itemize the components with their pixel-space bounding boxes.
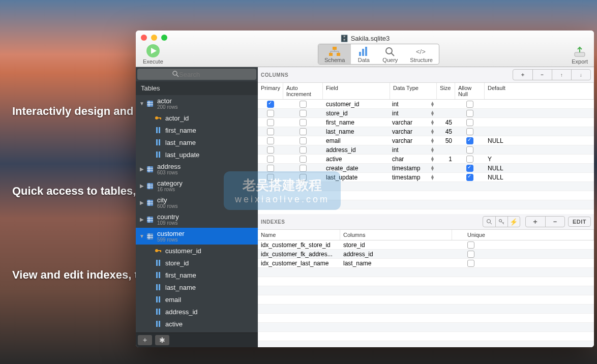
primary-checkbox[interactable] xyxy=(267,110,274,117)
allow-null-checkbox[interactable] xyxy=(466,110,473,117)
autoincrement-checkbox[interactable] xyxy=(300,165,307,172)
size-cell[interactable]: 45 xyxy=(437,119,455,126)
column-row-last_update[interactable]: last_update xyxy=(136,148,258,161)
header-data-type[interactable]: Data Type xyxy=(390,83,437,99)
add-index-button[interactable]: ＋ xyxy=(526,217,545,227)
type-stepper-icon[interactable]: ▲▼ xyxy=(430,175,435,180)
column-row-address_id[interactable]: address_id xyxy=(136,306,258,318)
type-stepper-icon[interactable]: ▲▼ xyxy=(430,157,435,162)
allow-null-checkbox[interactable] xyxy=(466,119,473,126)
column-row-last_name[interactable]: last_name xyxy=(136,281,258,293)
column-row-first_name[interactable]: first_name xyxy=(136,124,258,136)
zoom-button[interactable] xyxy=(161,35,167,41)
allow-null-checkbox[interactable] xyxy=(466,174,473,181)
column-row-active[interactable]: active xyxy=(136,318,258,330)
tab-schema[interactable]: Schema xyxy=(318,44,351,64)
field-name-cell[interactable]: create_date xyxy=(323,165,390,172)
type-stepper-icon[interactable]: ▲▼ xyxy=(430,147,435,153)
disclosure-icon[interactable]: ▼ xyxy=(139,101,145,106)
field-name-cell[interactable]: active xyxy=(323,156,390,163)
autoincrement-checkbox[interactable] xyxy=(300,119,307,126)
data-type-cell[interactable]: char▲▼ xyxy=(390,156,437,163)
remove-column-button[interactable]: － xyxy=(532,70,552,80)
unique-checkbox[interactable] xyxy=(467,241,474,249)
unique-checkbox[interactable] xyxy=(467,260,474,267)
primary-checkbox[interactable] xyxy=(267,146,274,154)
autoincrement-checkbox[interactable] xyxy=(300,174,307,181)
field-name-cell[interactable]: address_id xyxy=(323,146,390,154)
search-input[interactable] xyxy=(137,69,256,80)
table-row-address[interactable]: ▶address603 rows xyxy=(136,161,258,177)
column-row-email[interactable]: email xyxy=(136,293,258,306)
add-column-button[interactable]: ＋ xyxy=(513,70,532,80)
field-name-cell[interactable]: last_name xyxy=(323,128,390,135)
field-name-cell[interactable]: customer_id xyxy=(323,101,390,108)
tab-data[interactable]: Data xyxy=(351,44,376,64)
type-stepper-icon[interactable]: ▲▼ xyxy=(430,166,435,171)
close-button[interactable] xyxy=(141,35,147,41)
data-type-cell[interactable]: varchar▲▼ xyxy=(390,137,437,144)
disclosure-icon[interactable]: ▶ xyxy=(139,166,145,172)
header-default[interactable]: Default xyxy=(485,83,594,99)
data-type-cell[interactable]: int▲▼ xyxy=(390,110,437,117)
remove-index-button[interactable]: － xyxy=(545,217,564,227)
primary-checkbox[interactable] xyxy=(267,137,274,144)
size-cell[interactable]: 50 xyxy=(437,137,455,144)
tab-query[interactable]: Query xyxy=(376,44,404,64)
disclosure-icon[interactable]: ▶ xyxy=(139,200,145,205)
autoincrement-checkbox[interactable] xyxy=(300,110,307,117)
data-type-cell[interactable]: varchar▲▼ xyxy=(390,128,437,135)
autoincrement-checkbox[interactable] xyxy=(300,128,307,135)
autoincrement-checkbox[interactable] xyxy=(300,156,307,163)
data-type-cell[interactable]: timestamp▲▼ xyxy=(390,174,437,181)
header-index-unique[interactable]: Unique xyxy=(452,230,594,240)
default-cell[interactable]: Y xyxy=(485,156,594,163)
column-def-row[interactable]: last_updatetimestamp▲▼NULL xyxy=(258,173,594,182)
type-stepper-icon[interactable]: ▲▼ xyxy=(430,129,435,134)
allow-null-checkbox[interactable] xyxy=(466,137,473,144)
data-type-cell[interactable]: int▲▼ xyxy=(390,146,437,154)
header-size[interactable]: Size xyxy=(437,83,455,99)
default-cell[interactable]: NULL xyxy=(485,137,594,144)
primary-checkbox[interactable] xyxy=(267,165,274,172)
move-column-up-button[interactable]: ↑ xyxy=(552,70,571,80)
data-type-cell[interactable]: int▲▼ xyxy=(390,101,437,108)
disclosure-icon[interactable]: ▶ xyxy=(139,217,145,222)
execute-button[interactable]: Execute xyxy=(143,43,163,65)
column-def-row[interactable]: emailvarchar▲▼50NULL xyxy=(258,136,594,145)
index-row[interactable]: idx_customer_last_namelast_name xyxy=(258,259,594,268)
type-stepper-icon[interactable]: ▲▼ xyxy=(430,102,435,107)
data-type-cell[interactable]: timestamp▲▼ xyxy=(390,165,437,172)
primary-checkbox[interactable] xyxy=(267,156,274,163)
table-row-category[interactable]: ▶category16 rows xyxy=(136,177,258,194)
primary-checkbox[interactable] xyxy=(267,101,274,108)
type-stepper-icon[interactable]: ▲▼ xyxy=(430,120,435,125)
index-row[interactable]: idx_customer_fk_addres...address_id xyxy=(258,250,594,259)
column-row-first_name[interactable]: first_name xyxy=(136,269,258,281)
column-def-row[interactable]: store_idint▲▼ xyxy=(258,109,594,118)
index-key-button[interactable] xyxy=(495,217,508,227)
field-name-cell[interactable]: email xyxy=(323,137,390,144)
disclosure-icon[interactable]: ▶ xyxy=(139,183,145,189)
table-settings-button[interactable]: ✱ xyxy=(155,335,169,345)
column-def-row[interactable]: first_namevarchar▲▼45 xyxy=(258,118,594,127)
header-auto-increment[interactable]: Auto Increment xyxy=(283,83,323,99)
tab-structure[interactable]: </> Structure xyxy=(404,44,439,64)
allow-null-checkbox[interactable] xyxy=(466,101,473,108)
column-row-last_name[interactable]: last_name xyxy=(136,136,258,148)
column-def-row[interactable]: last_namevarchar▲▼45 xyxy=(258,127,594,136)
field-name-cell[interactable]: store_id xyxy=(323,110,390,117)
type-stepper-icon[interactable]: ▲▼ xyxy=(430,111,435,116)
allow-null-checkbox[interactable] xyxy=(466,156,473,163)
allow-null-checkbox[interactable] xyxy=(466,146,473,154)
autoincrement-checkbox[interactable] xyxy=(300,137,307,144)
column-row-customer_id[interactable]: customer_id xyxy=(136,245,258,257)
move-column-down-button[interactable]: ↓ xyxy=(571,70,590,80)
default-cell[interactable]: NULL xyxy=(485,165,594,172)
header-primary[interactable]: Primary xyxy=(258,83,283,99)
edit-index-button[interactable]: Edit xyxy=(568,217,591,227)
table-row-city[interactable]: ▶city600 rows xyxy=(136,194,258,211)
column-def-row[interactable]: customer_idint▲▼ xyxy=(258,100,594,109)
data-type-cell[interactable]: varchar▲▼ xyxy=(390,119,437,126)
index-row[interactable]: idx_customer_fk_store_idstore_id xyxy=(258,240,594,250)
